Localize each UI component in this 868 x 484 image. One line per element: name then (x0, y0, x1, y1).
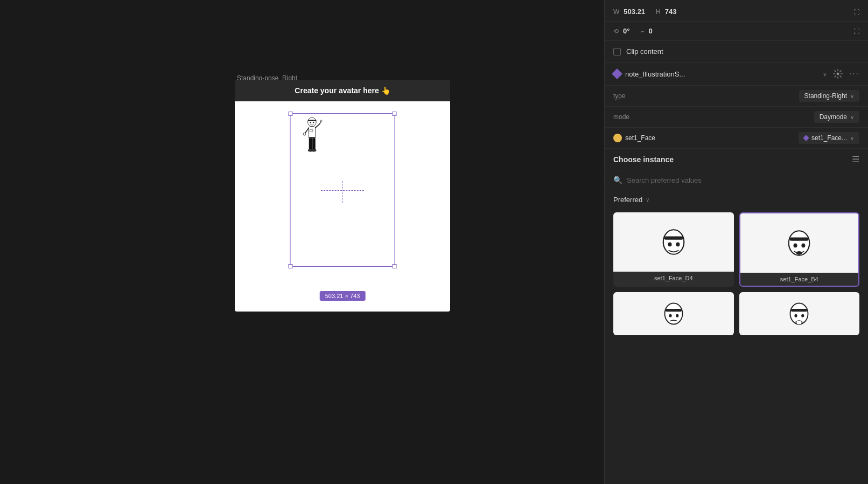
svg-point-16 (836, 73, 839, 75)
svg-point-28 (669, 314, 671, 317)
svg-point-20 (676, 242, 680, 246)
svg-rect-10 (309, 139, 312, 150)
dims-row: W 503.21 H 743 ⛶ (605, 0, 868, 22)
instance-thumb-4 (739, 292, 860, 335)
face-3-svg (657, 298, 690, 330)
search-container: 🔍 (605, 170, 868, 190)
width-group: W 503.21 (613, 8, 645, 16)
resize-icon[interactable]: ⛶ (853, 9, 859, 15)
svg-point-4 (303, 133, 305, 135)
clip-checkbox[interactable] (613, 48, 621, 56)
svg-rect-1 (308, 120, 317, 121)
preferred-label: Preferred (613, 196, 642, 204)
instance-card-4[interactable] (739, 292, 860, 335)
choose-instance-header: Choose instance ☰ (613, 154, 859, 164)
svg-point-14 (310, 122, 311, 123)
clip-row[interactable]: Clip content (605, 41, 868, 63)
svg-line-5 (316, 124, 320, 128)
right-panel: W 503.21 H 743 ⛶ ⟲ 0° ⌐ 0 ⛶ Clip content… (604, 0, 868, 484)
component-fourway-icon[interactable] (833, 69, 843, 79)
instance-card-d4[interactable]: set1_Face_D4 (613, 212, 734, 287)
instance-thumb-3 (613, 292, 734, 335)
frame-header: Create your avatar here 👆 (235, 80, 450, 101)
preferred-chevron-icon[interactable]: ∨ (646, 197, 649, 203)
height-value: 743 (665, 8, 677, 16)
component-diamond-icon (612, 68, 622, 79)
avatar-svg (291, 114, 334, 157)
svg-point-23 (794, 243, 797, 247)
svg-rect-27 (666, 309, 682, 312)
angle-group: ⟲ 0° (613, 27, 629, 35)
mode-row: mode Daymode ∨ (605, 107, 868, 128)
choose-instance-title: Choose instance (613, 155, 674, 164)
component-header: note_IllustrationS... ∨ ··· (613, 69, 859, 79)
svg-point-26 (664, 303, 682, 324)
face-d4-svg (655, 223, 692, 261)
svg-rect-22 (790, 238, 809, 241)
instance-card-b4[interactable]: set1_Face_B4 (739, 212, 860, 287)
choose-instance-section: Choose instance ☰ (605, 149, 868, 170)
clip-label: Clip content (626, 47, 663, 56)
component-more-icon[interactable]: ··· (849, 69, 859, 79)
instances-grid-top: set1_Face_D4 set1_Face_B4 (605, 212, 868, 292)
svg-point-24 (802, 243, 806, 247)
corner-group: ⌐ 0 (640, 27, 652, 35)
corner-value: 0 (648, 27, 652, 35)
face-row: set1_Face set1_Face... ∨ (605, 128, 868, 149)
mode-chevron-icon: ∨ (850, 114, 854, 120)
face-b4-svg (780, 224, 818, 262)
svg-point-7 (320, 120, 322, 122)
face-value-button[interactable]: set1_Face... ∨ (799, 132, 859, 144)
angle-value: 0° (623, 27, 629, 35)
frame-content: 503.21 × 743 (235, 101, 450, 312)
instances-grid-bottom (605, 292, 868, 341)
svg-point-17 (663, 230, 684, 254)
component-name: note_IllustrationS... (625, 70, 818, 78)
component-chevron-icon[interactable]: ∨ (823, 71, 827, 77)
svg-point-19 (668, 242, 671, 246)
face-label: set1_Face (625, 134, 799, 142)
canvas-area: Standing-pose_Right Create your avatar h… (0, 0, 604, 484)
face-icon-circle (613, 134, 622, 142)
fullscreen-icon[interactable]: ⛶ (853, 28, 859, 34)
type-value-button[interactable]: Standing-Right ∨ (799, 90, 859, 102)
search-input[interactable] (627, 176, 859, 184)
width-label: W (613, 8, 619, 16)
list-icon[interactable]: ☰ (852, 154, 859, 164)
svg-point-15 (313, 122, 314, 123)
svg-rect-9 (309, 137, 316, 139)
svg-line-6 (320, 122, 321, 124)
instance-thumb-d4 (613, 212, 734, 272)
frame-container: Create your avatar here 👆 (235, 80, 450, 322)
height-label: H (656, 8, 661, 16)
type-row: type Standing-Right ∨ (605, 86, 868, 107)
svg-point-32 (795, 314, 797, 317)
rotation-row: ⟲ 0° ⌐ 0 ⛶ (605, 22, 868, 41)
mode-label: mode (613, 113, 656, 121)
svg-point-34 (796, 321, 802, 325)
svg-point-13 (311, 149, 316, 151)
face-4-svg (783, 298, 815, 330)
width-value: 503.21 (624, 8, 645, 16)
selection-handle-tr[interactable] (393, 112, 397, 116)
corner-icon: ⌐ (640, 27, 644, 35)
mode-value-button[interactable]: Daymode ∨ (814, 111, 859, 123)
selection-handle-bl[interactable] (289, 264, 293, 268)
svg-point-29 (676, 314, 678, 317)
face-value-text: set1_Face... (811, 134, 847, 142)
instance-card-3[interactable] (613, 292, 734, 335)
height-group: H 743 (656, 8, 676, 16)
svg-rect-8 (310, 129, 313, 132)
mode-value-text: Daymode (820, 113, 847, 121)
svg-point-25 (796, 251, 802, 255)
face-diamond-icon (803, 135, 809, 141)
preferred-section: Preferred ∨ (605, 190, 868, 212)
component-section: note_IllustrationS... ∨ ··· (605, 63, 868, 86)
svg-line-3 (305, 128, 309, 134)
face-chevron-icon: ∨ (850, 135, 854, 141)
preferred-header: Preferred ∨ (613, 196, 859, 204)
selection-handle-br[interactable] (393, 264, 397, 268)
instance-thumb-b4 (740, 213, 859, 273)
search-icon: 🔍 (613, 176, 622, 184)
svg-rect-11 (312, 139, 315, 150)
